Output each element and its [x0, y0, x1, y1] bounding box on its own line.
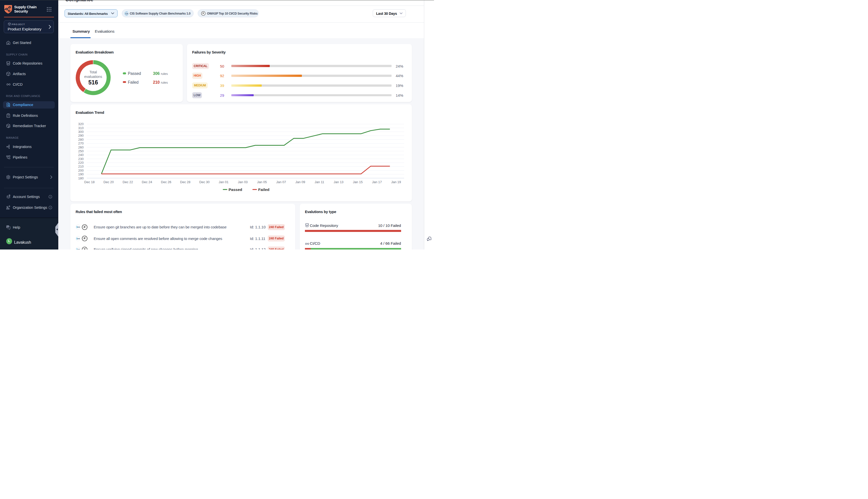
svg-text:Jan 05: Jan 05 [257, 180, 267, 184]
svg-text:210: 210 [78, 165, 84, 168]
svg-text:Dec 24: Dec 24 [142, 180, 152, 184]
svg-text:260: 260 [78, 145, 84, 149]
svg-text:CIS: CIS [77, 226, 80, 228]
svg-text:240: 240 [78, 153, 84, 157]
svg-text:250: 250 [78, 149, 84, 153]
svg-text:CIS: CIS [77, 248, 80, 250]
svg-text:Passed: Passed [228, 187, 242, 192]
svg-text:?: ? [7, 226, 8, 228]
svg-text:Dec 22: Dec 22 [123, 180, 133, 184]
svg-text:evaluations: evaluations [84, 75, 102, 78]
svg-text:Jan 19: Jan 19 [391, 180, 401, 184]
svg-text:180: 180 [78, 177, 84, 180]
svg-text:Jan 03: Jan 03 [238, 180, 248, 184]
svg-text:200: 200 [78, 169, 84, 172]
svg-text:Dec 18: Dec 18 [84, 180, 95, 184]
svg-text:Jan 09: Jan 09 [295, 180, 305, 184]
svg-text:Failed: Failed [258, 187, 270, 192]
svg-text:Dec 20: Dec 20 [103, 180, 114, 184]
svg-text:310: 310 [78, 126, 84, 130]
svg-text:Dec 26: Dec 26 [161, 180, 171, 184]
svg-text:Jan 07: Jan 07 [276, 180, 286, 184]
svg-text:300: 300 [78, 130, 84, 134]
svg-text:Jan 17: Jan 17 [372, 180, 382, 184]
svg-text:270: 270 [78, 142, 84, 145]
svg-text:Jan 13: Jan 13 [334, 180, 344, 184]
svg-text:516: 516 [88, 79, 98, 86]
svg-text:Total: Total [89, 70, 97, 74]
svg-text:280: 280 [78, 138, 84, 142]
svg-text:Jan 15: Jan 15 [353, 180, 363, 184]
svg-text:220: 220 [78, 161, 84, 165]
svg-text:230: 230 [78, 157, 84, 161]
svg-text:190: 190 [78, 172, 84, 176]
svg-text:Dec 30: Dec 30 [199, 180, 210, 184]
svg-text:Dec 28: Dec 28 [180, 180, 190, 184]
svg-text:CIS: CIS [125, 13, 128, 15]
svg-text:290: 290 [78, 134, 84, 137]
svg-text:320: 320 [78, 122, 84, 126]
svg-text:CIS: CIS [77, 238, 80, 239]
svg-text:Jan 11: Jan 11 [315, 180, 324, 184]
svg-text:Jan 01: Jan 01 [219, 180, 228, 184]
